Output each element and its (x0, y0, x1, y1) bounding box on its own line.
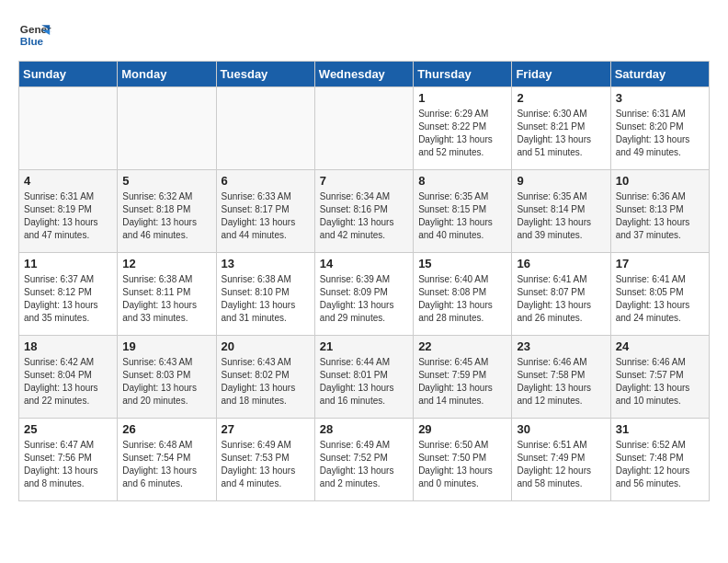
day-number: 9 (517, 174, 605, 188)
day-number: 26 (122, 422, 210, 436)
day-info: Sunrise: 6:35 AM Sunset: 8:15 PM Dayligh… (418, 190, 506, 242)
svg-text:General: General (20, 23, 51, 35)
day-number: 13 (222, 257, 310, 270)
day-number: 16 (517, 257, 605, 270)
day-number: 21 (320, 339, 408, 353)
day-info: Sunrise: 6:37 AM Sunset: 8:12 PM Dayligh… (24, 273, 112, 325)
day-cell: 17Sunrise: 6:41 AM Sunset: 8:05 PM Dayli… (610, 253, 709, 336)
page-header: General Blue (18, 18, 710, 52)
logo: General Blue (18, 18, 51, 52)
day-number: 30 (517, 422, 605, 436)
day-cell: 18Sunrise: 6:42 AM Sunset: 8:04 PM Dayli… (19, 336, 118, 419)
day-number: 25 (24, 422, 112, 436)
day-cell: 13Sunrise: 6:38 AM Sunset: 8:10 PM Dayli… (216, 253, 314, 336)
day-cell: 30Sunrise: 6:51 AM Sunset: 7:49 PM Dayli… (512, 419, 610, 501)
day-number: 20 (222, 339, 310, 353)
day-cell: 8Sunrise: 6:35 AM Sunset: 8:15 PM Daylig… (414, 170, 512, 253)
day-cell: 2Sunrise: 6:30 AM Sunset: 8:21 PM Daylig… (512, 87, 610, 170)
day-cell: 21Sunrise: 6:44 AM Sunset: 8:01 PM Dayli… (314, 336, 413, 419)
day-cell: 5Sunrise: 6:32 AM Sunset: 8:18 PM Daylig… (118, 170, 216, 253)
day-number: 31 (616, 422, 704, 436)
day-info: Sunrise: 6:50 AM Sunset: 7:50 PM Dayligh… (418, 439, 506, 490)
day-info: Sunrise: 6:30 AM Sunset: 8:21 PM Dayligh… (517, 108, 605, 159)
day-number: 6 (222, 174, 310, 188)
day-info: Sunrise: 6:33 AM Sunset: 8:17 PM Dayligh… (222, 190, 310, 242)
day-cell: 1Sunrise: 6:29 AM Sunset: 8:22 PM Daylig… (414, 87, 512, 170)
day-cell: 15Sunrise: 6:40 AM Sunset: 8:08 PM Dayli… (414, 253, 512, 336)
day-info: Sunrise: 6:44 AM Sunset: 8:01 PM Dayligh… (320, 356, 408, 408)
day-number: 12 (122, 257, 210, 270)
day-info: Sunrise: 6:36 AM Sunset: 8:13 PM Dayligh… (616, 190, 704, 242)
day-info: Sunrise: 6:46 AM Sunset: 7:57 PM Dayligh… (616, 356, 704, 408)
day-number: 1 (418, 91, 506, 105)
day-cell: 29Sunrise: 6:50 AM Sunset: 7:50 PM Dayli… (414, 419, 512, 501)
day-info: Sunrise: 6:38 AM Sunset: 8:10 PM Dayligh… (222, 273, 310, 325)
calendar-table: SundayMondayTuesdayWednesdayThursdayFrid… (18, 61, 710, 501)
day-number: 15 (418, 257, 506, 270)
day-info: Sunrise: 6:49 AM Sunset: 7:53 PM Dayligh… (222, 439, 310, 490)
day-cell: 25Sunrise: 6:47 AM Sunset: 7:56 PM Dayli… (19, 419, 118, 501)
day-cell: 11Sunrise: 6:37 AM Sunset: 8:12 PM Dayli… (19, 253, 118, 336)
weekday-header-monday: Monday (118, 62, 216, 87)
day-number: 23 (517, 339, 605, 353)
day-number: 29 (418, 422, 506, 436)
day-info: Sunrise: 6:41 AM Sunset: 8:07 PM Dayligh… (517, 273, 605, 325)
day-cell: 20Sunrise: 6:43 AM Sunset: 8:02 PM Dayli… (216, 336, 314, 419)
day-info: Sunrise: 6:43 AM Sunset: 8:03 PM Dayligh… (122, 356, 210, 408)
day-number: 11 (24, 257, 112, 270)
day-info: Sunrise: 6:32 AM Sunset: 8:18 PM Dayligh… (122, 190, 210, 242)
svg-text:Blue: Blue (20, 35, 44, 47)
day-info: Sunrise: 6:52 AM Sunset: 7:48 PM Dayligh… (616, 439, 704, 490)
weekday-header-thursday: Thursday (414, 62, 512, 87)
day-cell: 31Sunrise: 6:52 AM Sunset: 7:48 PM Dayli… (610, 419, 709, 501)
weekday-header-sunday: Sunday (19, 62, 118, 87)
day-cell (216, 87, 314, 170)
day-cell: 3Sunrise: 6:31 AM Sunset: 8:20 PM Daylig… (610, 87, 709, 170)
day-number: 24 (616, 339, 704, 353)
day-info: Sunrise: 6:49 AM Sunset: 7:52 PM Dayligh… (320, 439, 408, 490)
day-cell: 24Sunrise: 6:46 AM Sunset: 7:57 PM Dayli… (610, 336, 709, 419)
day-number: 4 (24, 174, 112, 188)
day-info: Sunrise: 6:34 AM Sunset: 8:16 PM Dayligh… (320, 190, 408, 242)
weekday-header-row: SundayMondayTuesdayWednesdayThursdayFrid… (19, 62, 710, 87)
day-info: Sunrise: 6:51 AM Sunset: 7:49 PM Dayligh… (517, 439, 605, 490)
day-number: 28 (320, 422, 408, 436)
day-cell: 19Sunrise: 6:43 AM Sunset: 8:03 PM Dayli… (118, 336, 216, 419)
week-row-4: 18Sunrise: 6:42 AM Sunset: 8:04 PM Dayli… (19, 336, 710, 419)
day-cell: 22Sunrise: 6:45 AM Sunset: 7:59 PM Dayli… (414, 336, 512, 419)
day-number: 8 (418, 174, 506, 188)
day-cell: 7Sunrise: 6:34 AM Sunset: 8:16 PM Daylig… (314, 170, 413, 253)
day-number: 10 (616, 174, 704, 188)
day-number: 18 (24, 339, 112, 353)
weekday-header-tuesday: Tuesday (216, 62, 314, 87)
day-cell: 27Sunrise: 6:49 AM Sunset: 7:53 PM Dayli… (216, 419, 314, 501)
day-info: Sunrise: 6:29 AM Sunset: 8:22 PM Dayligh… (418, 108, 506, 159)
day-cell: 4Sunrise: 6:31 AM Sunset: 8:19 PM Daylig… (19, 170, 118, 253)
day-info: Sunrise: 6:47 AM Sunset: 7:56 PM Dayligh… (24, 439, 112, 490)
weekday-header-wednesday: Wednesday (314, 62, 413, 87)
day-number: 27 (222, 422, 310, 436)
day-number: 17 (616, 257, 704, 270)
weekday-header-saturday: Saturday (610, 62, 709, 87)
logo-icon: General Blue (18, 18, 51, 52)
day-cell: 10Sunrise: 6:36 AM Sunset: 8:13 PM Dayli… (610, 170, 709, 253)
day-info: Sunrise: 6:31 AM Sunset: 8:19 PM Dayligh… (24, 190, 112, 242)
day-info: Sunrise: 6:45 AM Sunset: 7:59 PM Dayligh… (418, 356, 506, 408)
day-number: 22 (418, 339, 506, 353)
day-cell: 12Sunrise: 6:38 AM Sunset: 8:11 PM Dayli… (118, 253, 216, 336)
day-cell: 28Sunrise: 6:49 AM Sunset: 7:52 PM Dayli… (314, 419, 413, 501)
day-info: Sunrise: 6:31 AM Sunset: 8:20 PM Dayligh… (616, 108, 704, 159)
week-row-3: 11Sunrise: 6:37 AM Sunset: 8:12 PM Dayli… (19, 253, 710, 336)
day-number: 2 (517, 91, 605, 105)
day-number: 5 (122, 174, 210, 188)
day-cell: 14Sunrise: 6:39 AM Sunset: 8:09 PM Dayli… (314, 253, 413, 336)
day-cell: 9Sunrise: 6:35 AM Sunset: 8:14 PM Daylig… (512, 170, 610, 253)
week-row-5: 25Sunrise: 6:47 AM Sunset: 7:56 PM Dayli… (19, 419, 710, 501)
day-info: Sunrise: 6:42 AM Sunset: 8:04 PM Dayligh… (24, 356, 112, 408)
day-cell: 23Sunrise: 6:46 AM Sunset: 7:58 PM Dayli… (512, 336, 610, 419)
day-info: Sunrise: 6:38 AM Sunset: 8:11 PM Dayligh… (122, 273, 210, 325)
weekday-header-friday: Friday (512, 62, 610, 87)
day-info: Sunrise: 6:48 AM Sunset: 7:54 PM Dayligh… (122, 439, 210, 490)
day-cell: 16Sunrise: 6:41 AM Sunset: 8:07 PM Dayli… (512, 253, 610, 336)
day-info: Sunrise: 6:41 AM Sunset: 8:05 PM Dayligh… (616, 273, 704, 325)
